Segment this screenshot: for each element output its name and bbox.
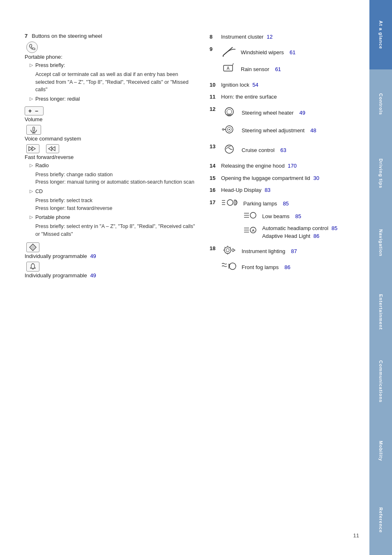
svg-rect-0 [33,127,35,131]
item-12-content: Steering wheel heater 49 [221,105,316,138]
item-11: 11 Horn: the entire surface [210,93,380,101]
sidebar-item-driving-tips[interactable]: Driving tips [369,139,392,208]
item-13: 13 Cruise control 63 [210,143,380,158]
sw-adjust-label: Steering wheel adjustment [242,127,304,135]
press-longer-item: ▷ Press longer: redial [30,95,197,103]
svg-point-40 [226,249,229,252]
item-8-title: Instrument cluster [221,34,263,40]
item-15-ref: 30 [313,175,319,181]
parking-label: Parking lamps [243,200,277,208]
svg-point-47 [229,263,236,269]
sidebar-label-controls: Controls [378,93,383,115]
vol-separator: – [35,108,38,114]
rain-ref: 61 [275,65,281,74]
sidebar-item-at-a-glance[interactable]: At a glance [369,0,392,69]
phone-icon [26,41,38,53]
auto-headlamp-line1: Automatic headlamp control 85 [262,224,337,233]
item-9-number: 9 [210,45,221,53]
sw-heater-row: Steering wheel heater 49 [221,105,316,121]
item-9: 9 Windshield wipers 61 [210,45,380,77]
svg-point-21 [229,129,230,130]
item-8-text: Instrument cluster 12 [221,33,272,41]
svg-point-33 [250,212,256,218]
sidebar-label-entertainment: Entertainment [378,294,383,330]
item-7-title: Buttons on the steering wheel [32,33,102,39]
item-16-ref: 83 [265,187,270,193]
instr-lighting-label: Instrument lighting [242,247,285,256]
indiv2-label: Individually programmable 49 [25,272,197,279]
sidebar-item-controls[interactable]: Controls [369,69,392,139]
radio-item: ▷ Radio [30,162,197,170]
indiv2-text: Individually programmable [25,272,87,279]
wiper-icon [221,45,237,60]
sidebar-label-at-a-glance: At a glance [378,21,383,49]
fog-lamps-ref: 86 [284,263,290,272]
fast-fwd-icons [25,144,197,153]
wiper-row: Windshield wipers 61 [221,45,295,60]
instr-lighting-icon [221,244,238,258]
arrow-icon-2: ▷ [30,95,33,102]
bell-icon-row [25,262,197,272]
sidebar-nav: At a glance Controls Driving tips Naviga… [369,0,392,555]
cruise-icon [221,143,238,158]
auto-headlamp-row: A Automatic headlamp control 85 Adaptive… [243,224,337,240]
item-17: 17 [210,198,380,240]
parking-ref: 85 [283,200,288,208]
sidebar-item-communications[interactable]: Communications [369,347,392,416]
item-9-content: Windshield wipers 61 A Rai [221,45,295,77]
fog-lamps-icon [221,260,238,274]
portable-phone2-label: Portable phone [35,214,197,221]
cd-label: CD [35,188,197,196]
svg-marker-5 [52,147,55,151]
indiv1-label: Individually programmable 49 [25,253,197,259]
sidebar-item-reference[interactable]: Reference [369,486,392,555]
parking-icon [221,198,239,209]
portable-brief2: Press briefly: select entry in "A – Z", … [35,223,197,238]
svg-line-13 [233,63,233,65]
svg-marker-6 [48,147,52,151]
volume-label: Volume [25,116,197,122]
vol-plus-minus[interactable]: + – [25,106,44,115]
sidebar-label-communications: Communications [378,360,383,403]
item-14-title: Releasing the engine hood [221,163,285,169]
item-15: 15 Opening the luggage compartment lid 3… [210,174,380,182]
indiv2-ref: 49 [90,272,96,279]
item-18-number: 18 [210,244,221,253]
fog-lamps-row: Front fog lamps 86 [221,260,297,274]
phone-icon-row [25,41,197,53]
auto-headlamp-text: Automatic headlamp control 85 Adaptive H… [262,224,337,240]
low-beams-ref: 85 [295,212,301,221]
portable-phone-label: Portable phone: [25,54,197,60]
svg-point-14 [225,108,233,116]
arrow-icon-1: ▷ [30,62,33,69]
sidebar-item-mobility[interactable]: Mobility [369,416,392,486]
svg-marker-3 [29,147,32,151]
svg-marker-4 [32,147,35,151]
auto-label: Automatic headlamp control [262,225,328,231]
voice-command-label: Voice command system [25,136,197,142]
item-10-ref: 54 [252,82,258,88]
sidebar-item-navigation[interactable]: Navigation [369,208,392,278]
item-10-title: Ignition lock [221,82,249,88]
plus-sign: + [28,108,32,114]
wiper-ref: 61 [290,48,295,57]
auto-headlamp-icon: A [243,225,258,239]
item-17-content: Parking lamps 85 [221,198,337,240]
diamond-icon [26,242,39,252]
sw-adjust-icon [221,123,238,138]
sw-adjust-ref: 48 [310,127,316,135]
low-beams-label: Low beams [262,212,289,221]
item-16-title: Head-Up Display [221,187,261,193]
sidebar-item-entertainment[interactable]: Entertainment [369,278,392,347]
item-16-number: 16 [210,186,221,194]
arrow-icon-4: ▷ [30,188,33,195]
volume-buttons: + – [25,106,197,115]
voice-command-row [25,125,197,135]
cd-longer: Press longer: fast forward/reverse [35,205,197,212]
page-number: 11 [353,532,359,539]
adaptive-light-line: Adaptive Head Light 86 [262,232,337,240]
item-8: 8 Instrument cluster 12 [210,33,380,41]
item-12: 12 [210,105,380,138]
indiv1-ref: 49 [90,253,96,259]
item-16: 16 Head-Up Display 83 [210,186,380,194]
